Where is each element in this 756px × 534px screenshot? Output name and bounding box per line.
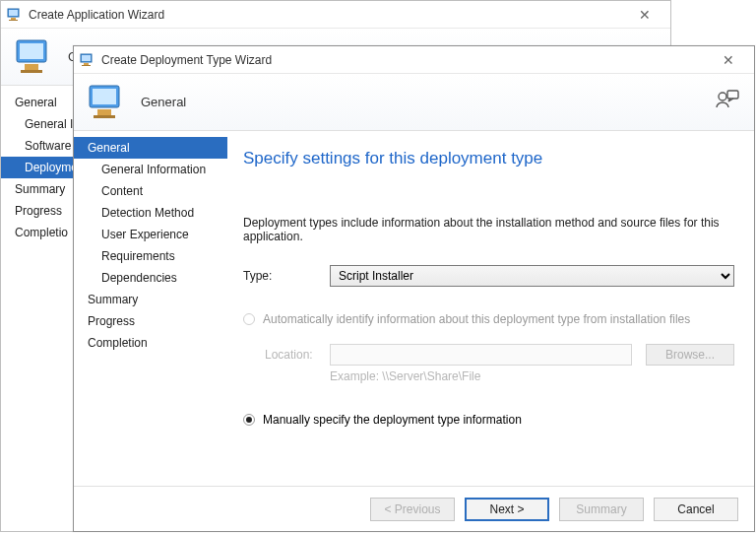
side-progress[interactable]: Progress (74, 310, 227, 332)
side-dependencies[interactable]: Dependencies (74, 267, 227, 289)
side-content[interactable]: Content (74, 180, 227, 202)
wizard-footer: < Previous Next > Summary Cancel (74, 486, 754, 531)
svg-rect-1 (9, 10, 18, 16)
side-completion[interactable]: Completion (74, 332, 227, 354)
side-detection[interactable]: Detection Method (74, 202, 227, 224)
radio-auto: Automatically identify information about… (243, 312, 734, 326)
feedback-icon[interactable] (713, 88, 740, 115)
type-row: Type: Script Installer (243, 265, 734, 287)
svg-rect-5 (20, 43, 43, 59)
svg-rect-7 (21, 70, 42, 73)
side-ux[interactable]: User Experience (74, 224, 227, 245)
radio-manual-label: Manually specify the deployment type inf… (263, 413, 522, 427)
type-label: Type: (243, 269, 330, 283)
radio-icon (243, 414, 255, 426)
svg-rect-13 (93, 89, 116, 104)
next-button[interactable]: Next > (465, 498, 549, 521)
summary-button: Summary (559, 498, 644, 521)
svg-rect-3 (9, 20, 18, 21)
wizard-icon (7, 7, 23, 23)
svg-rect-10 (84, 63, 89, 65)
dep-wizard-close-icon[interactable]: ✕ (709, 52, 748, 68)
dep-wizard-title: Create Deployment Type Wizard (101, 53, 709, 67)
location-input (330, 344, 632, 366)
side-requirements[interactable]: Requirements (74, 245, 227, 267)
svg-rect-11 (82, 65, 91, 66)
page-description: Deployment types include information abo… (243, 216, 734, 243)
svg-rect-6 (25, 64, 38, 70)
location-row: Location: Browse... (265, 344, 734, 366)
radio-icon (243, 313, 255, 325)
browse-button: Browse... (646, 344, 734, 366)
svg-rect-14 (97, 109, 111, 115)
dep-wizard-window: Create Deployment Type Wizard ✕ General … (73, 45, 755, 532)
dep-wizard-titlebar: Create Deployment Type Wizard ✕ (74, 46, 754, 74)
cancel-button[interactable]: Cancel (654, 498, 738, 521)
wizard-page: Specify settings for this deployment typ… (227, 131, 754, 486)
side-general[interactable]: General (74, 137, 227, 159)
radio-manual[interactable]: Manually specify the deployment type inf… (243, 413, 734, 427)
location-label: Location: (265, 348, 330, 362)
app-wizard-titlebar: Create Application Wizard ✕ (1, 1, 670, 29)
svg-rect-17 (727, 91, 738, 99)
dep-wizard-nav: General General Information Content Dete… (74, 131, 227, 486)
svg-point-16 (719, 93, 726, 100)
dep-wizard-banner-text: General (141, 95, 186, 109)
type-select[interactable]: Script Installer (330, 265, 734, 287)
side-summary[interactable]: Summary (74, 289, 227, 310)
svg-rect-2 (11, 18, 16, 20)
dep-wizard-banner: General (74, 74, 754, 131)
banner-computer-icon (15, 36, 56, 78)
previous-button: < Previous (370, 498, 455, 521)
wizard-icon (80, 52, 95, 68)
location-example: Example: \\Server\Share\File (330, 369, 734, 383)
app-wizard-close-icon[interactable]: ✕ (625, 7, 664, 23)
app-wizard-title: Create Application Wizard (29, 8, 625, 22)
radio-auto-label: Automatically identify information about… (263, 312, 690, 326)
page-heading: Specify settings for this deployment typ… (243, 149, 734, 168)
banner-computer-icon (88, 82, 129, 123)
svg-rect-15 (94, 115, 115, 118)
side-general-info[interactable]: General Information (74, 159, 227, 180)
svg-rect-9 (82, 55, 91, 61)
